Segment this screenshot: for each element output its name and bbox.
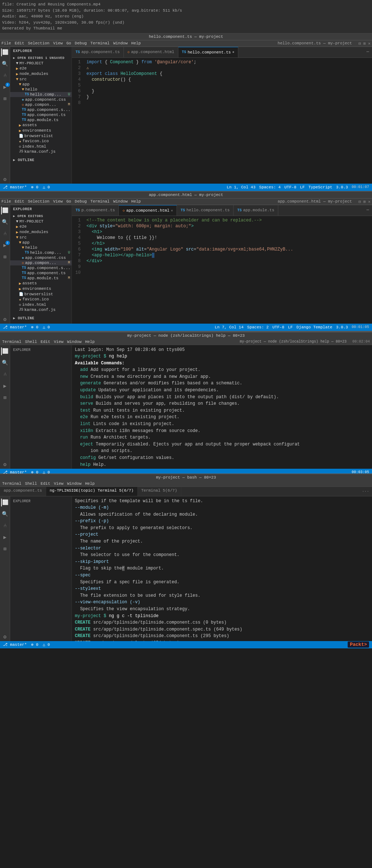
- activity-icon-t2-4[interactable]: ▶: [1, 533, 9, 541]
- activity-extensions-icon[interactable]: ⊞: [1, 95, 9, 103]
- sidebar-item-hello[interactable]: ▼ hello: [10, 87, 72, 92]
- activity-git-icon-b[interactable]: ⑃: [1, 230, 9, 238]
- warning-count-b[interactable]: △ 0: [43, 325, 50, 329]
- error-count[interactable]: ⊗ 0: [31, 185, 39, 189]
- menu-help[interactable]: Help: [131, 41, 141, 45]
- menu-view[interactable]: View: [53, 199, 62, 204]
- activity-search-icon[interactable]: 🔍: [1, 60, 9, 68]
- warning-count[interactable]: △ 0: [43, 185, 50, 189]
- activity-explorer-icon-b[interactable]: ⬜: [1, 207, 9, 215]
- line-ending-b[interactable]: LF: [288, 325, 293, 329]
- activity-debug-icon-b[interactable]: ▶ 2: [1, 241, 9, 249]
- activity-search-icon-b[interactable]: 🔍: [1, 218, 9, 226]
- line-ending[interactable]: LF: [300, 185, 305, 189]
- activity-icon-t1-5[interactable]: ⊞: [1, 394, 9, 402]
- sidebar-item-favicon-b[interactable]: ★ favicon.ico: [10, 297, 72, 302]
- vscode-menubar-bottom[interactable]: File Edit Selection View Go Debug Termin…: [0, 199, 372, 205]
- sidebar-open-editors[interactable]: ▶ OPEN EDITORS 1 UNSAVED: [10, 54, 72, 61]
- encoding[interactable]: UTF-8: [284, 185, 296, 189]
- sidebar-project-root[interactable]: ▼ MY-PROJECT: [10, 61, 72, 66]
- sidebar-item-src-b[interactable]: ▼ src: [10, 235, 72, 240]
- terminal-output-1[interactable]: Last login: Mon Sep 17 08:28:46 on ttys0…: [72, 345, 372, 469]
- vscode-menubar-top[interactable]: File Edit Selection View Go Debug Termin…: [0, 40, 372, 47]
- term-tab-terminal5[interactable]: Terminal 5(6/7): [138, 487, 181, 496]
- error-count-b[interactable]: ⊗ 0: [31, 325, 39, 329]
- tmenu2-shell[interactable]: Shell: [25, 481, 37, 486]
- tab-p-component-ts[interactable]: TS p.component.ts: [72, 205, 119, 216]
- activity-icon-t2-3[interactable]: ⑃: [1, 522, 9, 530]
- activity-settings-icon-b[interactable]: ⚙: [1, 316, 9, 324]
- language-mode-b[interactable]: Django Template: [296, 325, 332, 329]
- menu-window[interactable]: Window: [113, 199, 128, 204]
- sidebar-item-e2e-b[interactable]: ▶ e2e: [10, 224, 72, 229]
- tmenu2-window[interactable]: Window: [67, 481, 82, 486]
- spaces-b[interactable]: Spaces: 2: [247, 325, 268, 329]
- tmenu-edit[interactable]: Edit: [41, 340, 50, 344]
- sidebar-item-hello-comp-ts[interactable]: TS hello.comp... U: [10, 92, 72, 97]
- tmenu2-edit[interactable]: Edit: [41, 481, 50, 486]
- menu-selection[interactable]: Selection: [28, 41, 49, 45]
- sidebar-outline-section[interactable]: ▶ OUTLINE: [10, 156, 72, 163]
- activity-extensions-icon-b[interactable]: ⊞: [1, 253, 9, 261]
- menu-edit[interactable]: Edit: [15, 41, 24, 45]
- sidebar-item-index-b[interactable]: ◇ index.html: [10, 302, 72, 307]
- close-icon[interactable]: ●: [232, 50, 234, 54]
- menu-go[interactable]: Go: [66, 41, 71, 45]
- sidebar-item-node-modules-b[interactable]: ▶ node_modules: [10, 229, 72, 235]
- tmenu-window[interactable]: Window: [67, 340, 82, 344]
- menu-terminal[interactable]: Terminal: [90, 199, 110, 204]
- editor-layout-icon[interactable]: ⋯: [364, 47, 372, 57]
- sidebar-item-app-html-b[interactable]: ◇ app.compon... M: [10, 260, 72, 265]
- activity-icon-t2[interactable]: ⬜: [1, 499, 9, 507]
- activity-icon-t1-3[interactable]: ⑃: [1, 371, 9, 379]
- sidebar-item-src[interactable]: ▼ src: [10, 77, 72, 82]
- tmenu-help[interactable]: Help: [85, 340, 94, 344]
- sidebar-item-browserslist-b[interactable]: 📄 browserslist: [10, 292, 72, 297]
- tab-hello-component-ts[interactable]: TS hello.component.ts ●: [178, 47, 239, 57]
- activity-icon-t2-settings[interactable]: ⚙: [1, 633, 9, 641]
- term-branch-2[interactable]: ⎇ master*: [3, 642, 27, 647]
- sidebar-item-app-ts-b[interactable]: TS app.component.ts: [10, 271, 72, 276]
- sidebar-item-node-modules[interactable]: ▶ node_modules: [10, 71, 72, 77]
- menu-debug[interactable]: Debug: [75, 199, 87, 204]
- sidebar-item-karma-b[interactable]: JS karma.conf.js: [10, 307, 72, 312]
- sidebar-item-hello-comp-ts-b[interactable]: TS hello.comp... U: [10, 250, 72, 255]
- sidebar-item-favicon[interactable]: ★ favicon.ico: [10, 139, 72, 144]
- tmenu-view[interactable]: View: [54, 340, 63, 344]
- tmenu2-help[interactable]: Help: [85, 481, 94, 486]
- git-branch-b[interactable]: ⎇ master*: [3, 325, 27, 329]
- menu-file[interactable]: File: [1, 199, 11, 204]
- sidebar-item-environments[interactable]: ▶ environments: [10, 128, 72, 133]
- tmenu-shell[interactable]: Shell: [25, 340, 37, 344]
- sidebar-item-app-css[interactable]: ◆ app.component.css: [10, 97, 72, 102]
- tmenu2-terminal[interactable]: Terminal: [2, 481, 21, 486]
- terminal-menubar-1[interactable]: Terminal Shell Edit View Window Help my-…: [0, 339, 372, 345]
- spaces[interactable]: Spaces: 4: [259, 185, 280, 189]
- activity-git-icon[interactable]: ⑃: [1, 72, 9, 80]
- activity-settings-icon[interactable]: ⚙: [1, 176, 9, 184]
- language-mode[interactable]: TypeScript: [308, 185, 332, 189]
- sidebar-item-browserslist[interactable]: 📄 browserslist: [10, 133, 72, 139]
- activity-explorer-icon[interactable]: ⬜: [1, 48, 9, 56]
- menu-go[interactable]: Go: [66, 199, 71, 204]
- window-controls-2[interactable]: ⊟ ⊞ ✕: [359, 199, 371, 204]
- terminal-output-2[interactable]: Specifies if the template will be in the…: [72, 496, 372, 641]
- sidebar-item-app-spec-b[interactable]: TS app.component.s...: [10, 265, 72, 271]
- sidebar-item-environments-b[interactable]: ▶ environments: [10, 286, 72, 292]
- menu-debug[interactable]: Debug: [75, 41, 87, 45]
- sidebar-item-karma[interactable]: JS karma.conf.js: [10, 149, 72, 154]
- activity-icon-t1-settings[interactable]: ⚙: [1, 461, 9, 469]
- activity-icon-t2-2[interactable]: 🔍: [1, 510, 9, 518]
- term-tab-app-component[interactable]: app.component.ts: [0, 487, 46, 496]
- tmenu2-view[interactable]: View: [54, 481, 63, 486]
- tab-app-component-html-b[interactable]: ◇ app.component.html ✕: [119, 205, 177, 216]
- menu-window[interactable]: Window: [113, 41, 128, 45]
- term-branch-1[interactable]: ⎇ master*: [3, 470, 27, 475]
- menu-view[interactable]: View: [53, 41, 62, 45]
- sidebar-item-app-spec[interactable]: TS app.component.s...: [10, 107, 72, 112]
- activity-icon-t2-5[interactable]: ⊞: [1, 545, 9, 553]
- sidebar-open-editors-b[interactable]: ▶ OPEN EDITORS: [10, 212, 72, 219]
- tab-app-component-ts[interactable]: TS app.component.ts: [72, 47, 124, 57]
- git-branch[interactable]: ⎇ master*: [3, 185, 27, 189]
- sidebar-item-index[interactable]: ◇ index.html: [10, 144, 72, 149]
